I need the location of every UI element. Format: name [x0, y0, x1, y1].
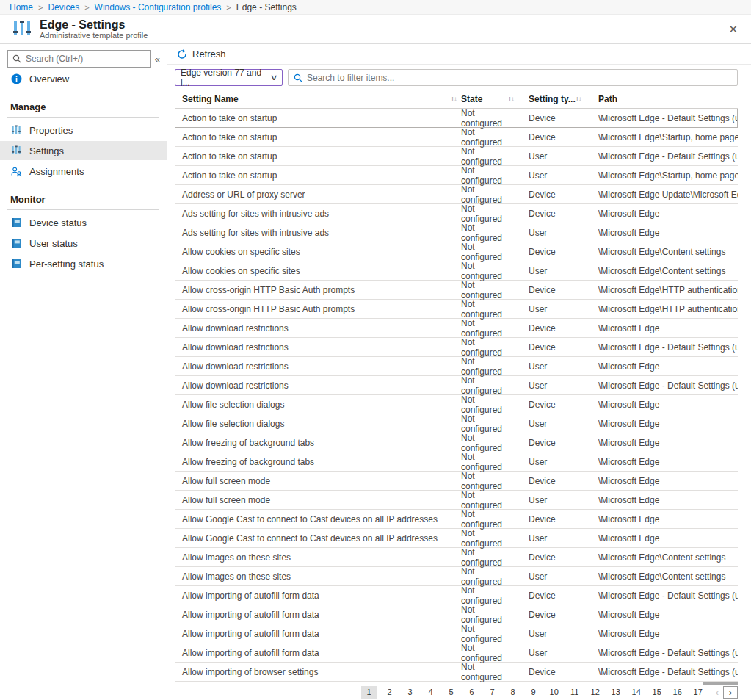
sidebar-item-device-status[interactable]: Device status	[0, 213, 167, 232]
sort-icon[interactable]: ↑↓	[576, 95, 581, 103]
sort-icon[interactable]: ↑↓	[508, 95, 514, 103]
setting-name-cell: Action to take on startup	[175, 170, 461, 181]
page-number-5[interactable]: 5	[443, 686, 460, 699]
page-number-2[interactable]: 2	[382, 686, 398, 699]
table-row[interactable]: Allow cross-origin HTTP Basic Auth promp…	[175, 300, 738, 319]
scrollbar-thumb[interactable]	[703, 682, 738, 685]
page-number-12[interactable]: 12	[587, 686, 603, 699]
page-number-10[interactable]: 10	[546, 686, 562, 699]
divider	[7, 209, 159, 210]
path-cell: \Microsoft Edge	[598, 419, 738, 429]
path-cell: \Microsoft Edge	[598, 228, 738, 238]
breadcrumb-configuration-profiles[interactable]: Windows - Configuration profiles	[95, 2, 222, 12]
setting-name-cell: Allow images on these sites	[175, 552, 461, 563]
sidebar-section-monitor: Monitor	[0, 181, 167, 209]
state-cell: Not configured	[461, 394, 529, 415]
path-cell: \Microsoft Edge	[598, 400, 738, 410]
table-row[interactable]: Ads setting for sites with intrusive ads…	[175, 223, 738, 242]
table-row[interactable]: Address or URL of proxy serverNot config…	[175, 185, 738, 204]
table-row[interactable]: Action to take on startupNot configuredU…	[175, 166, 738, 185]
breadcrumb-home[interactable]: Home	[10, 2, 33, 12]
setting-type-cell: Device	[529, 438, 598, 448]
filter-search-placeholder: Search to filter items...	[307, 73, 394, 83]
filter-search-input[interactable]: Search to filter items...	[288, 69, 738, 86]
breadcrumb-devices[interactable]: Devices	[48, 2, 79, 12]
table-row[interactable]: Allow Google Cast to connect to Cast dev…	[175, 510, 738, 529]
column-header-setting-type[interactable]: Setting ty...	[529, 94, 576, 104]
column-header-setting-name[interactable]: Setting Name	[182, 94, 239, 104]
table-row[interactable]: Allow freezing of background tabsNot con…	[175, 433, 738, 452]
table-row[interactable]: Allow file selection dialogsNot configur…	[175, 414, 738, 433]
table-row[interactable]: Allow cross-origin HTTP Basic Auth promp…	[175, 281, 738, 300]
setting-name-cell: Allow download restrictions	[175, 323, 461, 333]
setting-name-cell: Allow importing of autofill form data	[175, 648, 461, 658]
sidebar-item-assignments[interactable]: Assignments	[0, 162, 167, 181]
table-row[interactable]: Allow importing of autofill form dataNot…	[175, 586, 738, 605]
state-cell: Not configured	[461, 337, 529, 358]
page-number-16[interactable]: 16	[670, 686, 686, 699]
page-number-7[interactable]: 7	[485, 686, 501, 699]
close-icon[interactable]: ✕	[725, 21, 741, 37]
breadcrumb-separator: >	[84, 3, 89, 12]
table-row[interactable]: Allow importing of browser settingsNot c…	[175, 663, 738, 682]
sidebar-item-per-setting-status[interactable]: Per-setting status	[0, 254, 167, 273]
table-row[interactable]: Allow download restrictionsNot configure…	[175, 319, 738, 338]
page-number-3[interactable]: 3	[402, 686, 418, 699]
table-row[interactable]: Allow images on these sitesNot configure…	[175, 567, 738, 586]
setting-type-cell: Device	[529, 285, 598, 295]
sidebar-item-label: Device status	[29, 217, 87, 228]
breadcrumb-separator: >	[38, 3, 43, 12]
page-number-4[interactable]: 4	[423, 686, 439, 699]
setting-name-cell: Allow download restrictions	[175, 361, 461, 372]
status-book-icon	[10, 258, 22, 270]
table-row[interactable]: Allow full screen modeNot configuredUser…	[175, 491, 738, 510]
table-row[interactable]: Allow images on these sitesNot configure…	[175, 548, 738, 567]
column-header-state[interactable]: State	[461, 94, 482, 104]
table-row[interactable]: Action to take on startupNot configuredD…	[175, 128, 738, 147]
sidebar-search-input[interactable]: Search (Ctrl+/)	[7, 50, 151, 68]
table-row[interactable]: Allow cookies on specific sitesNot confi…	[175, 242, 738, 261]
path-cell: \Microsoft Edge\Content settings	[598, 571, 738, 582]
state-cell: Not configured	[461, 318, 529, 339]
collapse-sidebar-icon[interactable]: «	[151, 54, 164, 65]
table-row[interactable]: Action to take on startupNot configuredD…	[175, 109, 738, 128]
page-number-1[interactable]: 1	[361, 686, 377, 699]
sidebar-item-user-status[interactable]: User status	[0, 234, 167, 253]
page-number-14[interactable]: 14	[628, 686, 645, 699]
table-row[interactable]: Allow download restrictionsNot configure…	[175, 357, 738, 376]
page-number-11[interactable]: 11	[567, 686, 583, 699]
page-number-8[interactable]: 8	[505, 686, 521, 699]
page-number-17[interactable]: 17	[690, 686, 706, 699]
sidebar-item-settings[interactable]: Settings	[0, 141, 167, 160]
setting-type-cell: Device	[529, 342, 598, 353]
state-cell: Not configured	[461, 433, 529, 453]
page-number-15[interactable]: 15	[649, 686, 665, 699]
sort-icon[interactable]: ↑↓	[451, 95, 457, 103]
table-row[interactable]: Allow file selection dialogsNot configur…	[175, 395, 738, 414]
sidebar-item-overview[interactable]: Overview	[0, 69, 167, 88]
page-number-6[interactable]: 6	[464, 686, 480, 699]
table-row[interactable]: Allow download restrictionsNot configure…	[175, 376, 738, 395]
refresh-button[interactable]: Refresh	[177, 48, 226, 59]
sidebar-item-properties[interactable]: Properties	[0, 120, 167, 140]
table-row[interactable]: Allow importing of autofill form dataNot…	[175, 643, 738, 663]
table-row[interactable]: Action to take on startupNot configuredU…	[175, 147, 738, 166]
table-row[interactable]: Ads setting for sites with intrusive ads…	[175, 204, 738, 223]
table-row[interactable]: Allow Google Cast to connect to Cast dev…	[175, 529, 738, 548]
table-row[interactable]: Allow freezing of background tabsNot con…	[175, 452, 738, 472]
state-cell: Not configured	[461, 414, 529, 434]
table-row[interactable]: Allow importing of autofill form dataNot…	[175, 605, 738, 624]
state-cell: Not configured	[461, 223, 529, 243]
table-row[interactable]: Allow importing of autofill form dataNot…	[175, 624, 738, 643]
setting-name-cell: Allow importing of autofill form data	[175, 591, 461, 601]
column-header-path[interactable]: Path	[598, 94, 617, 104]
edge-version-dropdown[interactable]: Edge version 77 and l... ∨	[175, 69, 283, 86]
page-number-13[interactable]: 13	[608, 686, 624, 699]
page-number-9[interactable]: 9	[526, 686, 542, 699]
table-row[interactable]: Allow cookies on specific sitesNot confi…	[175, 261, 738, 281]
setting-name-cell: Allow full screen mode	[175, 495, 461, 505]
next-page-icon[interactable]: ›	[723, 686, 738, 699]
table-row[interactable]: Allow full screen modeNot configuredDevi…	[175, 472, 738, 491]
table-row[interactable]: Allow download restrictionsNot configure…	[175, 338, 738, 357]
page-title: Edge - Settings	[40, 18, 148, 31]
